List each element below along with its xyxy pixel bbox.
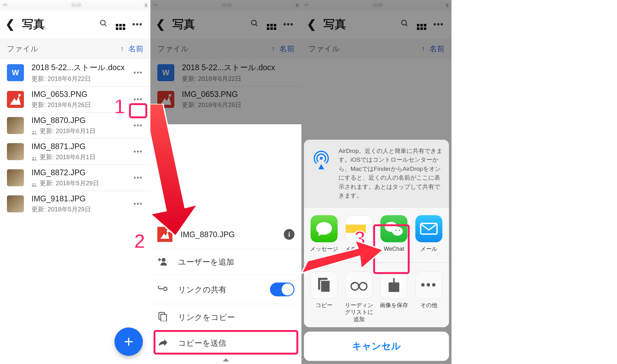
sheet-handle[interactable] xyxy=(150,356,301,364)
fab-add-button[interactable]: + xyxy=(115,328,143,356)
file-more-icon[interactable]: ••• xyxy=(130,121,146,130)
svg-point-3 xyxy=(35,131,36,132)
file-row[interactable]: IMG_8870.JPG 更新: 2018年6月1日 ••• xyxy=(0,113,150,138)
file-more-icon[interactable]: ••• xyxy=(130,174,146,182)
share-app-messages[interactable]: メッセージ xyxy=(308,215,340,258)
svg-point-25 xyxy=(399,230,400,231)
svg-line-1 xyxy=(104,24,106,26)
file-name: IMG_8870.JPG xyxy=(31,116,130,125)
airdrop-section[interactable]: AirDrop。近くの人と簡単に共有できます。iOSではコントロールセンターから… xyxy=(304,140,449,207)
file-row[interactable]: IMG_0653.PNG 更新: 2018年6月26日 ••• xyxy=(0,87,150,112)
airdrop-icon xyxy=(310,147,333,170)
airdrop-text: AirDrop。近くの人と簡単に共有できます。iOSではコントロールセンターから… xyxy=(339,147,443,200)
svg-point-6 xyxy=(32,183,34,185)
more-icon: ••• xyxy=(415,272,442,299)
wechat-icon xyxy=(380,215,407,242)
link-icon xyxy=(157,286,168,293)
share-link-toggle[interactable] xyxy=(270,283,294,296)
svg-rect-15 xyxy=(161,314,166,321)
option-send-copy[interactable]: コピーを送信 xyxy=(150,330,301,356)
photo-thumb xyxy=(7,169,24,186)
mail-icon xyxy=(415,215,442,242)
action-copy[interactable]: コピー xyxy=(308,272,340,323)
share-apps-row: メッセージ メモに追加 WeChat メール xyxy=(304,207,449,262)
option-add-user[interactable]: ユーザーを追加 xyxy=(150,249,301,275)
file-more-icon[interactable]: ••• xyxy=(130,95,146,104)
share-app-notes[interactable]: メモに追加 xyxy=(343,215,375,258)
status-bar: •••11:13▮ xyxy=(0,0,150,10)
option-share-link[interactable]: リンクの共有 xyxy=(150,275,301,304)
screen-3-share-sheet: •••11:13▮ ❮ 写真 ••• ファイル ↑名前 AirDrop。近くの人 xyxy=(301,0,452,364)
action-more[interactable]: ••• その他 xyxy=(412,272,445,323)
shared-icon xyxy=(31,155,37,160)
file-row[interactable]: IMG_9181.JPG 更新: 2018年5月29日 ••• xyxy=(0,191,150,217)
file-list: W 2018 5-22...ストール.docx 更新: 2018年6月22日 •… xyxy=(0,59,150,217)
share-app-wechat[interactable]: WeChat xyxy=(378,215,410,258)
sort-direction-icon: ↑ xyxy=(121,45,124,53)
svg-point-24 xyxy=(395,230,396,231)
file-row[interactable]: IMG_8871.JPG 更新: 2018年6月1日 ••• xyxy=(0,139,150,165)
photo-thumb xyxy=(7,195,24,212)
save-image-icon xyxy=(380,272,407,299)
file-name: 2018 5-22...ストール.docx xyxy=(31,62,130,73)
svg-point-10 xyxy=(162,258,165,262)
svg-point-21 xyxy=(392,227,403,236)
file-row[interactable]: W 2018 5-22...ストール.docx 更新: 2018年6月22日 •… xyxy=(0,59,150,86)
shared-icon xyxy=(31,181,37,186)
more-icon[interactable]: ••• xyxy=(129,20,146,29)
back-button[interactable]: ❮ xyxy=(4,18,16,31)
chevron-up-icon xyxy=(223,358,229,361)
share-actions-row: コピー リーディングリストに追加 画像を保存 ••• その他 xyxy=(304,262,449,328)
photo-thumb xyxy=(7,143,24,160)
photo-thumb xyxy=(7,117,24,134)
action-save-image[interactable]: 画像を保存 xyxy=(378,272,410,323)
screen-1-file-list: •••11:13▮ ❮ 写真 ••• ファイル ↑ 名前 W 2018 5-22… xyxy=(0,0,150,364)
share-app-mail[interactable]: メール xyxy=(412,215,445,258)
image-icon xyxy=(157,227,172,242)
svg-point-23 xyxy=(392,225,394,226)
svg-point-5 xyxy=(35,157,36,158)
screen-2-context-sheet: •••11:13▮ ❮ 写真 ••• ファイル ↑名前 W 2018 5-22.… xyxy=(150,0,301,364)
context-sheet: IMG_8870.JPG i ユーザーを追加 リンクの共有 リンクをコピー コピ… xyxy=(150,220,301,364)
file-name: IMG_9181.JPG xyxy=(31,194,130,203)
page-title: 写真 xyxy=(16,17,95,32)
copy-icon xyxy=(157,312,168,322)
sort-row[interactable]: ファイル ↑ 名前 xyxy=(0,38,150,59)
copy-icon xyxy=(311,272,338,299)
search-icon[interactable] xyxy=(95,19,112,30)
file-meta: 更新: 2018年6月22日 xyxy=(31,75,130,83)
svg-point-19 xyxy=(320,157,323,160)
file-more-icon[interactable]: ••• xyxy=(130,200,146,208)
dim-overlay[interactable] xyxy=(150,0,301,124)
notes-icon xyxy=(345,215,373,242)
option-copy-link[interactable]: リンクをコピー xyxy=(150,304,301,330)
svg-point-2 xyxy=(32,131,34,132)
file-name: IMG_0653.PNG xyxy=(31,90,130,99)
annotation-step-2: 2 xyxy=(134,230,145,253)
messages-icon xyxy=(311,215,338,242)
sort-by: 名前 xyxy=(128,44,143,54)
cancel-button[interactable]: キャンセル xyxy=(304,332,449,361)
svg-point-7 xyxy=(35,183,36,184)
sheet-file-name: IMG_8870.JPG xyxy=(181,230,276,239)
file-row[interactable]: IMG_8872.JPG 更新: 2018年5月29日 ••• xyxy=(0,165,150,191)
file-name: IMG_8871.JPG xyxy=(31,142,130,151)
file-more-icon[interactable]: ••• xyxy=(130,69,146,77)
file-name: IMG_8872.JPG xyxy=(31,168,130,177)
sort-label: ファイル xyxy=(7,44,38,54)
svg-point-0 xyxy=(100,20,105,25)
header: ❮ 写真 ••• xyxy=(0,10,150,38)
docx-icon: W xyxy=(7,64,24,81)
info-icon[interactable]: i xyxy=(284,229,294,240)
action-reading-list[interactable]: リーディングリストに追加 xyxy=(343,272,375,323)
reading-list-icon xyxy=(345,272,373,299)
file-more-icon[interactable]: ••• xyxy=(130,148,146,156)
image-icon xyxy=(7,91,24,108)
add-user-icon xyxy=(157,257,168,267)
shared-icon xyxy=(31,129,37,133)
grid-view-icon[interactable] xyxy=(112,19,129,30)
ios-share-sheet: AirDrop。近くの人と簡単に共有できます。iOSではコントロールセンターから… xyxy=(304,140,449,361)
share-arrow-icon xyxy=(157,339,168,348)
svg-rect-28 xyxy=(321,280,330,292)
svg-point-22 xyxy=(388,225,390,226)
